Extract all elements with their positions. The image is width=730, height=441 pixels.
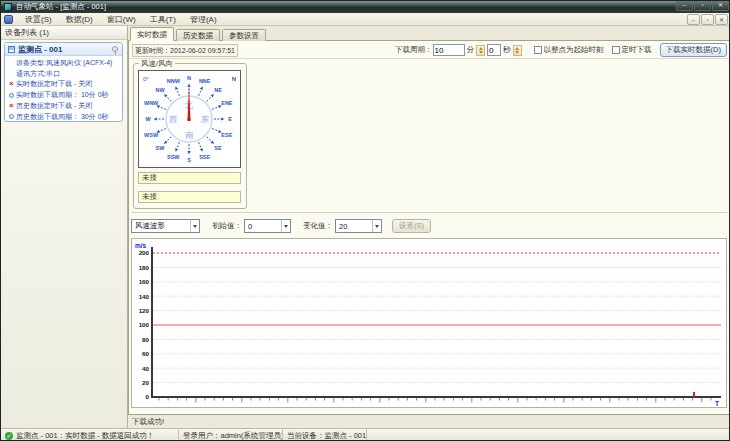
title-bar: 自动气象站 - [监测点 - 001] – ▫ ✕ (1, 1, 730, 13)
initial-value-label: 初始值： (212, 221, 242, 231)
settings-button[interactable]: 设置(S) (392, 219, 431, 233)
svg-text:E: E (228, 116, 232, 122)
svg-text:N: N (187, 75, 191, 81)
svg-text:WSW: WSW (144, 132, 159, 138)
minutes-spinner[interactable] (476, 45, 485, 56)
change-value-label: 变化值： (303, 221, 333, 231)
svg-text:W: W (145, 116, 151, 122)
chart-svg: m/s020406080100120140160180200T (132, 239, 726, 407)
update-time-field: 更新时间：2012-06-02 09:57:51 (132, 44, 238, 57)
scheduled-download-checkbox[interactable] (612, 46, 620, 54)
svg-text:60: 60 (142, 350, 149, 357)
svg-text:SSE: SSE (199, 154, 210, 160)
pin-icon[interactable] (112, 46, 118, 52)
menu-tools[interactable]: 工具(T) (143, 13, 183, 26)
svg-text:80: 80 (142, 336, 149, 343)
svg-text:NNW: NNW (167, 78, 181, 84)
tab-bar: 实时数据 历史数据 参数设置 (130, 27, 266, 41)
device-sidebar: 设备列表 (1) 监测点 - 001 设备类型:风速风向仪 (ACFX-4) 通… (1, 26, 128, 428)
svg-text:120: 120 (139, 307, 150, 314)
mdi-close-icon[interactable]: ✕ (715, 14, 728, 25)
mdi-minimize-icon[interactable]: – (687, 14, 700, 25)
svg-text:SW: SW (156, 145, 166, 151)
device-panel-title: 监测点 - 001 (18, 44, 112, 55)
svg-text:ENE: ENE (221, 100, 233, 106)
svg-text:160: 160 (139, 278, 150, 285)
seconds-unit-label: 秒 (503, 45, 511, 55)
minutes-unit-label: 分 (467, 45, 475, 55)
window-title: 自动气象站 - [监测点 - 001] (16, 1, 106, 13)
wind-compass: 北南东西NNNENEENEEESESESSESSSWSWWSWWWNWNWNNW… (138, 70, 241, 168)
svg-text:20: 20 (142, 379, 149, 386)
svg-text:西: 西 (169, 115, 177, 124)
scheduled-download-label: 定时下载 (622, 45, 652, 55)
close-icon[interactable]: ✕ (712, 1, 729, 11)
realtime-schedule-line: ×实时数据定时下载 - 关闭 (9, 79, 122, 90)
svg-text:N: N (232, 76, 236, 82)
menu-admin[interactable]: 管理(A) (183, 13, 224, 26)
svg-text:T: T (715, 400, 719, 407)
svg-text:NNE: NNE (199, 78, 211, 84)
menu-bar: 设置(S) 数据(D) 窗口(W) 工具(T) 管理(A) – ▫ ✕ (1, 13, 730, 26)
clock-icon (9, 93, 14, 98)
tab-history-data[interactable]: 历史数据 (176, 29, 220, 41)
chevron-down-icon[interactable] (372, 220, 381, 232)
svg-text:SE: SE (214, 145, 222, 151)
svg-text:200: 200 (139, 249, 150, 256)
download-period-label: 下载周期： (395, 45, 433, 55)
chevron-down-icon[interactable] (190, 220, 199, 232)
device-panel[interactable]: 监测点 - 001 设备类型:风速风向仪 (ACFX-4) 通讯方式:串口 ×实… (4, 42, 123, 122)
status-message-section: ✓ 监测点 - 001：实时数据 - 数据返回成功！ (1, 429, 179, 441)
success-check-icon: ✓ (5, 432, 13, 440)
off-x-icon: × (9, 101, 16, 112)
restore-icon[interactable]: ▫ (694, 1, 711, 11)
initial-value-select[interactable]: 0 (244, 219, 291, 233)
start-on-hour-checkbox[interactable] (534, 46, 542, 54)
tab-parameter-settings[interactable]: 参数设置 (222, 29, 266, 41)
svg-text:ESE: ESE (221, 132, 232, 138)
mdi-restore-icon[interactable]: ▫ (701, 14, 714, 25)
wind-direction-field: 未接 (138, 191, 241, 203)
seconds-spinner[interactable] (513, 45, 522, 56)
device-panel-header[interactable]: 监测点 - 001 (5, 43, 122, 56)
wind-speed-field: 未接 (138, 172, 241, 184)
menu-data[interactable]: 数据(D) (59, 13, 100, 26)
svg-text:NW: NW (155, 87, 165, 93)
separator (131, 212, 727, 214)
start-on-hour-label: 以整点为起始时刻 (544, 45, 604, 55)
svg-text:0°: 0° (143, 76, 149, 82)
svg-text:SSW: SSW (167, 154, 180, 160)
off-x-icon: × (9, 79, 16, 90)
change-value-select[interactable]: 20 (335, 219, 382, 233)
waveform-controls: 风速波形 初始值： 0 变化值： 20 设置(S) (131, 219, 431, 233)
realtime-period-line: 实时数据下载周期： 10分 0秒 (9, 90, 122, 101)
device-icon (8, 46, 15, 53)
minimize-icon[interactable]: – (676, 1, 693, 11)
tab-realtime-data[interactable]: 实时数据 (130, 27, 174, 41)
history-schedule-line: ×历史数据定时下载 - 关闭 (9, 101, 122, 112)
svg-text:40: 40 (142, 365, 149, 372)
current-device-section: 当前设备：监测点 - 001 (283, 429, 367, 441)
app-window: 自动气象站 - [监测点 - 001] – ▫ ✕ 设置(S) 数据(D) 窗口… (0, 0, 730, 441)
waveform-chart: m/s020406080100120140160180200T (131, 238, 727, 408)
download-realtime-button[interactable]: 下载实时数据(D) (660, 43, 727, 57)
minutes-input[interactable] (433, 44, 465, 56)
status-empty-section (367, 429, 730, 441)
device-type-line: 设备类型:风速风向仪 (ACFX-4) (9, 58, 122, 69)
device-list-header: 设备列表 (1) (1, 26, 127, 40)
svg-text:东: 东 (200, 114, 209, 124)
app-icon (4, 3, 12, 11)
waveform-select[interactable]: 风速波形 (131, 219, 200, 233)
wind-groupbox-title: 风速/风向 (139, 59, 175, 69)
svg-text:180: 180 (139, 264, 150, 271)
compass-svg: 北南东西NNNENEENEEESESESSESSSWSWWSWWWNWNWNNW… (139, 71, 240, 167)
mdi-child-icon[interactable] (4, 15, 13, 24)
chevron-down-icon[interactable] (281, 220, 290, 232)
history-period-line: 历史数据下载周期： 30分 0秒 (9, 112, 122, 122)
login-user-section: 登录用户：admin(系统管理员) (179, 429, 283, 441)
data-toolbar: 更新时间：2012-06-02 09:57:51 下载周期： 分 秒 以整点为起… (129, 41, 730, 59)
svg-text:NE: NE (214, 87, 222, 93)
seconds-input[interactable] (487, 44, 501, 56)
menu-settings[interactable]: 设置(S) (18, 13, 59, 26)
menu-window[interactable]: 窗口(W) (100, 13, 143, 26)
